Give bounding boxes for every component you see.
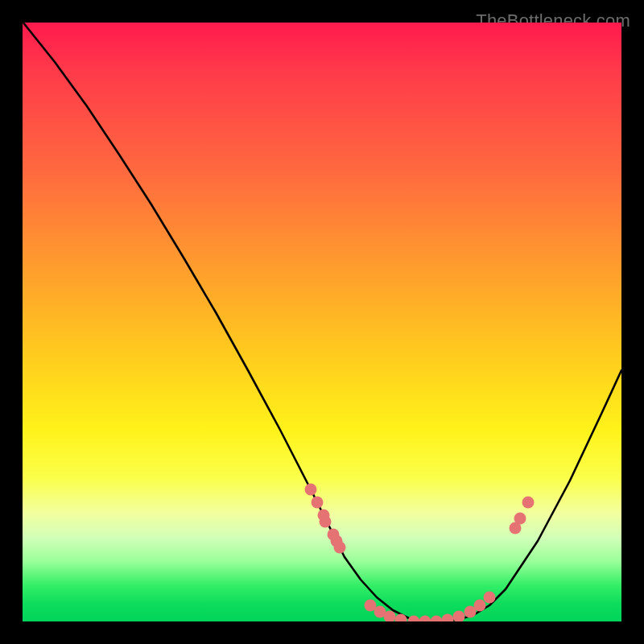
scatter-dot — [419, 616, 431, 622]
scatter-dot — [395, 614, 407, 622]
scatter-dot — [431, 616, 443, 622]
plot-area — [23, 23, 621, 621]
bottleneck-curve — [23, 23, 621, 621]
scatter-dot — [442, 614, 454, 622]
scatter-dot — [484, 592, 496, 604]
scatter-dot — [514, 513, 526, 525]
scatter-dot — [522, 497, 535, 509]
scatter-dot — [312, 497, 324, 509]
chart-svg — [23, 23, 621, 621]
scatter-dot — [334, 542, 346, 554]
chart-frame: TheBottleneck.com — [11, 11, 633, 633]
scatter-dot — [474, 600, 486, 612]
scatter-dot — [305, 484, 317, 496]
scatter-dot — [408, 616, 420, 622]
scatter-dots — [305, 484, 535, 622]
scatter-dot — [453, 611, 465, 622]
scatter-dot — [320, 516, 332, 528]
